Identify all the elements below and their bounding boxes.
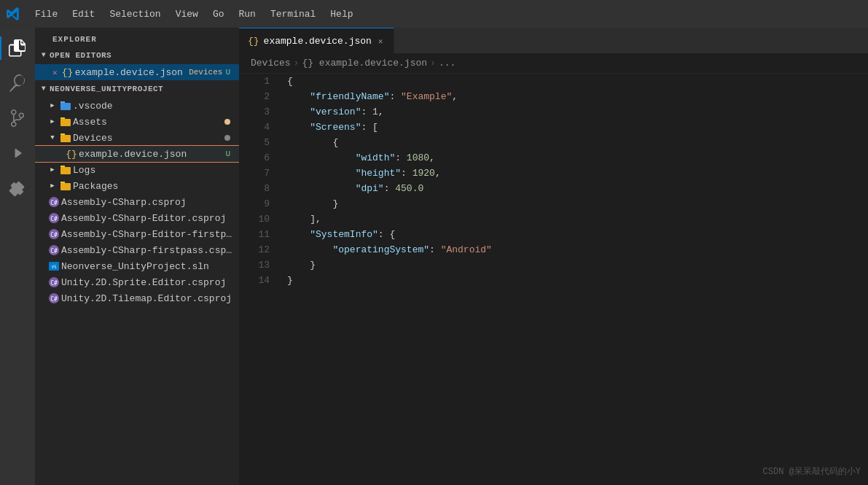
code-line-6: "width": 1080,	[287, 150, 856, 166]
code-line-4: "Screens": [	[287, 120, 856, 135]
open-editors-chevron	[38, 50, 50, 61]
menu-go[interactable]: Go	[206, 6, 232, 23]
code-editor[interactable]: { "friendlyName": "Example", "version": …	[275, 74, 868, 485]
csproj-icon-4: C#	[47, 243, 61, 257]
source-control-activity-icon[interactable]	[0, 101, 35, 136]
file-assembly-csharp-firstpass[interactable]: C# Assembly-CSharp-firstpass.csproj	[35, 242, 239, 258]
line-num-11: 11	[251, 227, 270, 242]
vscode-chevron	[47, 100, 58, 112]
assembly-csharp-firstpass-name: Assembly-CSharp-firstpass.csproj	[61, 245, 233, 256]
vscode-logo	[6, 7, 20, 21]
unity-tilemap-editor-name: Unity.2D.Tilemap.Editor.csproj	[61, 293, 233, 304]
project-header[interactable]: NEONVERSE_UNITYPROJECT	[35, 80, 239, 98]
assembly-csharp-editor-firstpass-name: Assembly-CSharp-Editor-firstpass.csproj	[61, 229, 233, 240]
svg-text:C#: C#	[50, 232, 58, 238]
csproj-icon-5: C#	[47, 275, 61, 290]
sidebar: EXPLORER OPEN EDITORS ✕ {} example.devic…	[35, 28, 239, 485]
menu-help[interactable]: Help	[323, 6, 360, 23]
line-num-6: 6	[251, 150, 270, 166]
line-num-10: 10	[251, 212, 270, 227]
svg-text:C#: C#	[50, 280, 58, 287]
svg-rect-2	[60, 119, 71, 126]
menu-selection[interactable]: Selection	[102, 6, 168, 23]
breadcrumb-sep-2: ›	[430, 58, 436, 69]
code-line-13: }	[287, 257, 856, 273]
tab-filename: example.device.json	[264, 36, 372, 47]
file-unity-sprite-editor[interactable]: C# Unity.2D.Sprite.Editor.csproj	[35, 274, 239, 290]
breadcrumb: Devices › {} example.device.json › ...	[239, 53, 868, 74]
sidebar-title: EXPLORER	[35, 28, 239, 47]
line-num-13: 13	[251, 257, 270, 273]
folder-packages[interactable]: Packages	[35, 178, 239, 194]
code-line-5: {	[287, 135, 856, 150]
editor-wrapper: {} example.device.json ✕ Devices › {} ex…	[239, 28, 868, 485]
assets-folder-icon	[58, 115, 73, 129]
sln-icon: VS	[47, 259, 61, 273]
folder-logs[interactable]: Logs	[35, 162, 239, 178]
svg-rect-3	[60, 135, 71, 142]
breadcrumb-ellipsis: ...	[439, 58, 455, 69]
folder-devices[interactable]: Devices	[35, 130, 239, 146]
menu-file[interactable]: File	[28, 6, 65, 23]
open-editors-header[interactable]: OPEN EDITORS	[35, 47, 239, 64]
line-num-12: 12	[251, 242, 270, 257]
packages-folder-icon	[58, 179, 73, 193]
tab-example-device-json[interactable]: {} example.device.json ✕	[239, 28, 394, 53]
code-line-1: {	[287, 74, 856, 89]
csproj-icon-6: C#	[47, 291, 61, 306]
file-example-device-json[interactable]: {} example.device.json U	[35, 146, 239, 162]
line-num-14: 14	[251, 273, 270, 288]
devices-folder-name: Devices	[73, 133, 224, 144]
code-line-7: "height": 1920,	[287, 166, 856, 181]
svg-rect-5	[60, 183, 71, 190]
close-file-icon[interactable]: ✕	[52, 68, 58, 77]
vscode-folder-name: .vscode	[73, 101, 233, 112]
explorer-activity-icon[interactable]	[0, 31, 35, 66]
code-line-12: "operatingSystem": "Android"	[287, 242, 856, 257]
tab-close-button[interactable]: ✕	[376, 36, 386, 47]
file-assembly-csharp[interactable]: C# Assembly-CSharp.csproj	[35, 194, 239, 210]
menu-edit[interactable]: Edit	[65, 6, 102, 23]
packages-folder-name: Packages	[73, 181, 233, 192]
file-unity-tilemap-editor[interactable]: C# Unity.2D.Tilemap.Editor.csproj	[35, 290, 239, 306]
line-num-1: 1	[251, 74, 270, 89]
devices-dot-badge	[224, 135, 230, 141]
neonverse-sln-name: Neonverse_UnityProject.sln	[61, 261, 233, 272]
csproj-icon-1: C#	[47, 195, 61, 209]
run-activity-icon[interactable]	[0, 136, 35, 171]
extensions-activity-icon[interactable]	[0, 171, 35, 206]
breadcrumb-file: {} example.device.json	[302, 58, 427, 69]
menu-view[interactable]: View	[168, 6, 206, 23]
assets-folder-name: Assets	[73, 117, 224, 128]
open-editor-item[interactable]: ✕ {} example.device.json Devices U	[35, 64, 239, 80]
code-line-3: "version": 1,	[287, 104, 856, 120]
titlebar: File Edit Selection View Go Run Terminal…	[0, 0, 868, 28]
devices-chevron	[47, 132, 58, 144]
activity-bar	[0, 28, 35, 485]
project-chevron	[38, 83, 50, 95]
main-area: EXPLORER OPEN EDITORS ✕ {} example.devic…	[0, 28, 868, 485]
search-activity-icon[interactable]	[0, 66, 35, 101]
vscode-folder-icon	[58, 98, 73, 113]
svg-text:C#: C#	[50, 248, 58, 255]
device-json-modified: U	[225, 150, 230, 158]
menu-run[interactable]: Run	[231, 6, 262, 23]
tab-json-icon: {}	[248, 36, 259, 47]
assembly-csharp-editor-name: Assembly-CSharp-Editor.csproj	[61, 213, 233, 224]
file-assembly-csharp-editor[interactable]: C# Assembly-CSharp-Editor.csproj	[35, 210, 239, 226]
file-neonverse-sln[interactable]: VS Neonverse_UnityProject.sln	[35, 258, 239, 274]
menu-terminal[interactable]: Terminal	[263, 6, 323, 23]
folder-assets[interactable]: Assets	[35, 114, 239, 130]
file-assembly-csharp-editor-firstpass[interactable]: C# Assembly-CSharp-Editor-firstpass.cspr…	[35, 226, 239, 242]
svg-text:VS: VS	[51, 264, 57, 269]
json-file-icon: {}	[60, 65, 75, 79]
devices-folder-icon	[58, 131, 73, 145]
unity-sprite-editor-name: Unity.2D.Sprite.Editor.csproj	[61, 277, 233, 288]
csproj-icon-3: C#	[47, 227, 61, 241]
logs-folder-icon	[58, 163, 73, 177]
code-line-9: }	[287, 196, 856, 212]
line-num-3: 3	[251, 104, 270, 120]
folder-vscode[interactable]: .vscode	[35, 98, 239, 114]
line-num-7: 7	[251, 166, 270, 181]
line-num-8: 8	[251, 181, 270, 196]
